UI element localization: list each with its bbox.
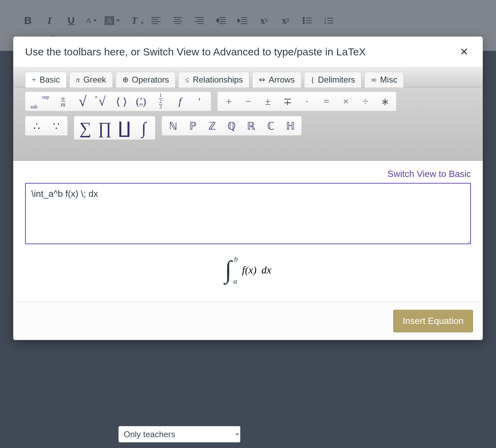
subscript-superscript-button[interactable]: sup sub: [28, 93, 52, 109]
tab-misc[interactable]: ∞Misc: [364, 72, 404, 87]
symbol-group-therefore: ∴ ∵: [25, 116, 68, 136]
prime-button[interactable]: ′: [191, 93, 208, 109]
times-button[interactable]: ×: [338, 93, 354, 109]
tab-relationships[interactable]: ≤Relationships: [178, 72, 249, 87]
primes-button[interactable]: ℙ: [184, 118, 201, 134]
minusplus-button[interactable]: ∓: [279, 93, 296, 109]
rationals-button[interactable]: ℚ: [223, 118, 240, 134]
product-button[interactable]: ∏: [96, 120, 113, 136]
minus-button[interactable]: −: [240, 93, 257, 109]
integral-button[interactable]: ∫: [135, 120, 152, 136]
because-button[interactable]: ∵: [48, 118, 64, 134]
close-icon[interactable]: ✕: [457, 46, 471, 58]
preview-body: f(x): [242, 264, 257, 276]
plusminus-button[interactable]: ±: [259, 93, 276, 109]
symbol-tabs: +Basic πGreek ⊕Operators ≤Relationships …: [13, 67, 483, 87]
function-f-button[interactable]: f: [172, 93, 188, 109]
therefore-button[interactable]: ∴: [28, 118, 45, 134]
symbol-group-big-operators: ∑ ∏ ∐ ∫: [74, 116, 155, 140]
complex-button[interactable]: ℂ: [262, 118, 279, 134]
symbol-group-blackboard: ℕ ℙ ℤ ℚ ℝ ℂ ℍ: [162, 116, 302, 136]
equals-button[interactable]: =: [318, 93, 335, 109]
symbol-group-arithmetic: + − ± ∓ · = × ÷ ∗: [217, 92, 396, 111]
naturals-button[interactable]: ℕ: [165, 118, 181, 134]
divide-button[interactable]: ÷: [357, 93, 374, 109]
switch-view-link[interactable]: Switch View to Basic: [25, 169, 471, 179]
visibility-select-container: Only teachers: [118, 426, 240, 442]
reals-button[interactable]: ℝ: [243, 118, 259, 134]
sqrt-button[interactable]: √: [74, 93, 91, 109]
tab-basic[interactable]: +Basic: [25, 72, 67, 87]
stacked-fraction-button[interactable]: 123: [152, 93, 169, 109]
tab-operators[interactable]: ⊕Operators: [116, 72, 176, 87]
plus-button[interactable]: +: [220, 93, 237, 109]
fraction-button[interactable]: nm: [55, 93, 71, 109]
sum-button[interactable]: ∑: [77, 120, 94, 136]
preview-dx: dx: [262, 264, 271, 276]
equation-preview: ∫ba f(x) dx: [25, 246, 471, 298]
angle-brackets-button[interactable]: ⟨ ⟩: [113, 93, 130, 109]
tab-arrows[interactable]: ⇔Arrows: [252, 72, 301, 87]
coproduct-button[interactable]: ∐: [116, 120, 133, 136]
nthroot-button[interactable]: n√: [94, 93, 110, 109]
tab-delimiters[interactable]: {Delimiters: [304, 72, 362, 87]
latex-input[interactable]: [25, 183, 471, 244]
quaternions-button[interactable]: ℍ: [282, 118, 299, 134]
equation-editor-modal: Use the toolbars here, or Switch View to…: [13, 37, 483, 340]
modal-title: Use the toolbars here, or Switch View to…: [25, 46, 366, 58]
integers-button[interactable]: ℤ: [204, 118, 220, 134]
cdot-button[interactable]: ·: [299, 93, 315, 109]
binomial-button[interactable]: (nm): [133, 93, 149, 109]
asterisk-button[interactable]: ∗: [377, 93, 393, 109]
symbol-group-basic-structures: sup sub nm √ n√ ⟨ ⟩ (nm) 123 f ′: [25, 92, 211, 111]
insert-equation-button[interactable]: Insert Equation: [393, 310, 473, 332]
tab-greek[interactable]: πGreek: [69, 72, 113, 87]
visibility-select[interactable]: Only teachers: [118, 426, 240, 442]
